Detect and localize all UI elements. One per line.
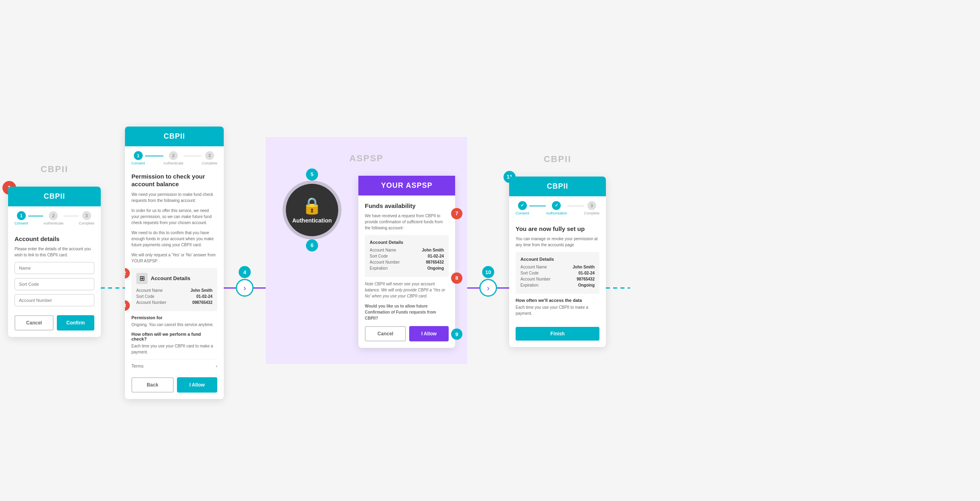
sort-code-input[interactable] <box>15 278 94 290</box>
badge-10: 10 <box>482 266 494 278</box>
card3-title: You are now fully set up <box>516 225 599 233</box>
aspsp-note: Note CBPII will never see your account b… <box>365 281 449 299</box>
connector-right-purple-1 <box>254 287 266 289</box>
card2-step1-label: Consent <box>131 161 145 165</box>
step1-circle: 1 <box>17 211 26 220</box>
card3-step3-label: Complete <box>584 211 599 215</box>
cancel-button[interactable]: Cancel <box>15 315 54 331</box>
finish-button[interactable]: Finish <box>516 327 599 341</box>
aspsp-account-box: Account Details Account Name John Smith … <box>365 235 449 277</box>
card3-desc: You can manage or revoke your permission… <box>516 236 599 248</box>
card2-step3: 3 <box>205 151 214 160</box>
card3-step1-label: Consent <box>516 211 529 215</box>
aspsp-card-header: YOUR ASPSP <box>358 176 455 195</box>
connector-right-purple2 <box>497 287 509 289</box>
card3-account-box: Account Details Account Name John Smith … <box>516 252 599 294</box>
step2-circle: 2 <box>49 211 58 220</box>
step3-label: Complete <box>79 221 94 225</box>
aspsp-card: YOUR ASPSP Funds availability We have re… <box>358 176 455 348</box>
confirm-button[interactable]: Confirm <box>57 315 94 331</box>
step3-circle: 3 <box>82 211 91 220</box>
card3-header: CBPII <box>509 177 606 196</box>
badge-2: 2 <box>125 268 130 279</box>
card2-step3-label: Complete <box>202 161 217 165</box>
badge-8: 8 <box>451 272 462 284</box>
account-number-row: Account Number 098765432 <box>136 300 212 305</box>
aspsp-allow-button[interactable]: I Allow <box>409 326 449 341</box>
card2-header: CBPII <box>125 127 224 146</box>
connector-left-purple2 <box>467 287 479 289</box>
card2-step2-label: Authenticate <box>163 161 183 165</box>
lock-icon: 🔒 <box>302 196 322 215</box>
frequency-text: Each time you use your CBPII card to mak… <box>131 343 217 355</box>
aspsp-account-label: Account Details <box>370 240 444 245</box>
badge-7: 7 <box>451 208 462 219</box>
card3-account-label: Account Details <box>520 257 595 262</box>
card2-desc1: We need your permission to make fund che… <box>131 191 217 204</box>
back-button[interactable]: Back <box>131 377 174 393</box>
allow-button-card2[interactable]: I Allow <box>177 377 218 393</box>
step2-label: Authenticate <box>43 221 63 225</box>
card2: CBPII 1 Consent 2 Authenticate 3 Complet… <box>125 127 224 399</box>
card2-title: Permission to check your account balance <box>131 173 217 188</box>
card1-title: Account details <box>15 235 94 243</box>
account-box-title: Account Details <box>151 275 190 281</box>
card2-desc4: We will only request a 'Yes' or 'No' ans… <box>131 252 217 264</box>
card3-step2-label: Authorisation <box>546 211 567 215</box>
frequency-label: How often will we perform a fund check? <box>131 332 217 341</box>
account-icon: ⊞ <box>136 273 148 284</box>
permission-label: Permission for <box>131 315 217 320</box>
aspsp-card-desc: We have received a request from CBPII to… <box>365 213 449 231</box>
aspsp-label: ASPSP <box>350 153 384 164</box>
card3: CBPII ✓ Consent ✓ Authorisation 3 <box>509 177 606 347</box>
card2-desc2: In order for us to offer this service, w… <box>131 208 217 226</box>
connector-1 <box>101 287 125 289</box>
name-input[interactable] <box>15 262 94 274</box>
card1: CBPII 1 Consent 2 Authenticate <box>8 187 101 337</box>
cbpii-right-label: CBPII <box>544 154 572 164</box>
connector-right-dashed <box>606 287 630 289</box>
card3-step3: 3 <box>587 201 596 210</box>
badge-3: 3 <box>125 300 130 311</box>
terms-row: Terms › <box>131 359 217 372</box>
aspsp-card-title: Funds availability <box>365 202 449 210</box>
auth-label: Authentication <box>292 217 332 224</box>
card1-header: CBPII <box>8 187 101 206</box>
badge-9: 9 <box>451 328 462 340</box>
account-name-row: Account Name John Smith <box>136 288 212 293</box>
sort-code-row: Sort Code 01-02-24 <box>136 294 212 299</box>
card2-step2: 2 <box>169 151 178 160</box>
card2-desc3: We need to do this to confirm that you h… <box>131 230 217 248</box>
card2-step1: 1 <box>134 151 143 160</box>
arrow-circle-right: › <box>479 279 497 297</box>
badge-4: 4 <box>239 266 251 278</box>
aspsp-cancel-button[interactable]: Cancel <box>365 326 406 341</box>
card3-frequency-text: Each time you use your CBPII to make a p… <box>516 304 599 316</box>
permission-text: Ongoing. You can cancel this service any… <box>131 322 217 328</box>
card1-desc: Please enter the details of the account … <box>15 246 94 258</box>
card3-step2: ✓ <box>552 201 561 210</box>
aspsp-section: ASPSP 5 🔒 Authentication 6 7 8 9 <box>266 137 467 364</box>
auth-circle: 🔒 Authentication <box>286 184 338 236</box>
account-number-input[interactable] <box>15 294 94 306</box>
badge-6: 6 <box>306 239 318 252</box>
step1-label: Consent <box>15 221 28 225</box>
card3-step1: ✓ <box>518 201 527 210</box>
badge-5: 5 <box>306 168 318 181</box>
aspsp-question: Would you like us to allow future Confir… <box>365 303 449 321</box>
connector-left-purple <box>224 287 236 289</box>
arrow-circle-left: › <box>236 279 254 297</box>
card3-frequency-label: How often we'll access the data <box>516 298 599 303</box>
cbpii-left-label: CBPII <box>41 164 69 175</box>
